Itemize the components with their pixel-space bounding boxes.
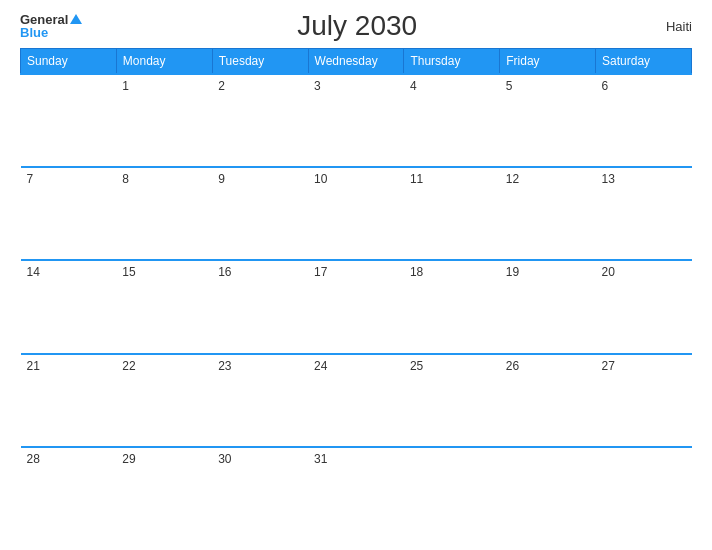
day-cell-3-5: 26	[500, 354, 596, 447]
day-cell-3-0: 21	[21, 354, 117, 447]
days-of-week-row: Sunday Monday Tuesday Wednesday Thursday…	[21, 49, 692, 75]
day-cell-1-0: 7	[21, 167, 117, 260]
day-cell-0-0	[21, 74, 117, 167]
logo-triangle-icon	[70, 14, 82, 24]
day-number-2: 2	[218, 79, 225, 93]
day-number-8: 8	[122, 172, 129, 186]
day-number-21: 21	[27, 359, 40, 373]
week-row-2: 14151617181920	[21, 260, 692, 353]
day-cell-2-2: 16	[212, 260, 308, 353]
col-tuesday: Tuesday	[212, 49, 308, 75]
calendar-table: Sunday Monday Tuesday Wednesday Thursday…	[20, 48, 692, 540]
day-number-14: 14	[27, 265, 40, 279]
day-number-7: 7	[27, 172, 34, 186]
day-cell-4-6	[596, 447, 692, 540]
header-row: General Blue July 2030 Haiti	[20, 10, 692, 42]
day-cell-0-3: 3	[308, 74, 404, 167]
day-number-30: 30	[218, 452, 231, 466]
day-number-13: 13	[602, 172, 615, 186]
col-friday: Friday	[500, 49, 596, 75]
day-cell-2-3: 17	[308, 260, 404, 353]
day-cell-0-1: 1	[116, 74, 212, 167]
day-cell-1-2: 9	[212, 167, 308, 260]
day-cell-4-2: 30	[212, 447, 308, 540]
day-number-16: 16	[218, 265, 231, 279]
day-cell-3-1: 22	[116, 354, 212, 447]
day-cell-0-5: 5	[500, 74, 596, 167]
day-cell-3-2: 23	[212, 354, 308, 447]
logo: General Blue	[20, 13, 82, 39]
day-cell-1-1: 8	[116, 167, 212, 260]
col-wednesday: Wednesday	[308, 49, 404, 75]
day-number-6: 6	[602, 79, 609, 93]
day-number-19: 19	[506, 265, 519, 279]
day-cell-1-6: 13	[596, 167, 692, 260]
day-cell-2-4: 18	[404, 260, 500, 353]
day-number-23: 23	[218, 359, 231, 373]
day-cell-3-6: 27	[596, 354, 692, 447]
logo-text-block: General Blue	[20, 13, 82, 39]
page-wrapper: General Blue July 2030 Haiti Sunday Mond…	[0, 0, 712, 550]
col-sunday: Sunday	[21, 49, 117, 75]
day-cell-4-3: 31	[308, 447, 404, 540]
day-cell-4-0: 28	[21, 447, 117, 540]
day-cell-3-4: 25	[404, 354, 500, 447]
day-number-20: 20	[602, 265, 615, 279]
day-number-11: 11	[410, 172, 423, 186]
day-number-3: 3	[314, 79, 321, 93]
day-number-17: 17	[314, 265, 327, 279]
day-number-18: 18	[410, 265, 423, 279]
day-number-28: 28	[27, 452, 40, 466]
day-number-15: 15	[122, 265, 135, 279]
day-cell-1-3: 10	[308, 167, 404, 260]
week-row-1: 78910111213	[21, 167, 692, 260]
day-cell-2-5: 19	[500, 260, 596, 353]
calendar-body: 1234567891011121314151617181920212223242…	[21, 74, 692, 540]
day-cell-1-4: 11	[404, 167, 500, 260]
day-cell-0-4: 4	[404, 74, 500, 167]
day-cell-3-3: 24	[308, 354, 404, 447]
country-label: Haiti	[632, 19, 692, 34]
day-number-5: 5	[506, 79, 513, 93]
col-thursday: Thursday	[404, 49, 500, 75]
day-cell-2-6: 20	[596, 260, 692, 353]
col-saturday: Saturday	[596, 49, 692, 75]
calendar-header: Sunday Monday Tuesday Wednesday Thursday…	[21, 49, 692, 75]
col-monday: Monday	[116, 49, 212, 75]
day-number-24: 24	[314, 359, 327, 373]
day-number-9: 9	[218, 172, 225, 186]
day-number-4: 4	[410, 79, 417, 93]
day-number-29: 29	[122, 452, 135, 466]
week-row-4: 28293031	[21, 447, 692, 540]
calendar-title: July 2030	[82, 10, 632, 42]
day-number-10: 10	[314, 172, 327, 186]
day-number-25: 25	[410, 359, 423, 373]
day-cell-4-5	[500, 447, 596, 540]
day-number-22: 22	[122, 359, 135, 373]
day-cell-4-1: 29	[116, 447, 212, 540]
day-number-1: 1	[122, 79, 129, 93]
day-number-27: 27	[602, 359, 615, 373]
week-row-3: 21222324252627	[21, 354, 692, 447]
day-cell-0-2: 2	[212, 74, 308, 167]
day-number-12: 12	[506, 172, 519, 186]
day-cell-2-1: 15	[116, 260, 212, 353]
day-cell-4-4	[404, 447, 500, 540]
day-cell-0-6: 6	[596, 74, 692, 167]
day-cell-2-0: 14	[21, 260, 117, 353]
day-number-26: 26	[506, 359, 519, 373]
day-cell-1-5: 12	[500, 167, 596, 260]
day-number-31: 31	[314, 452, 327, 466]
logo-blue-text: Blue	[20, 26, 48, 39]
week-row-0: 123456	[21, 74, 692, 167]
